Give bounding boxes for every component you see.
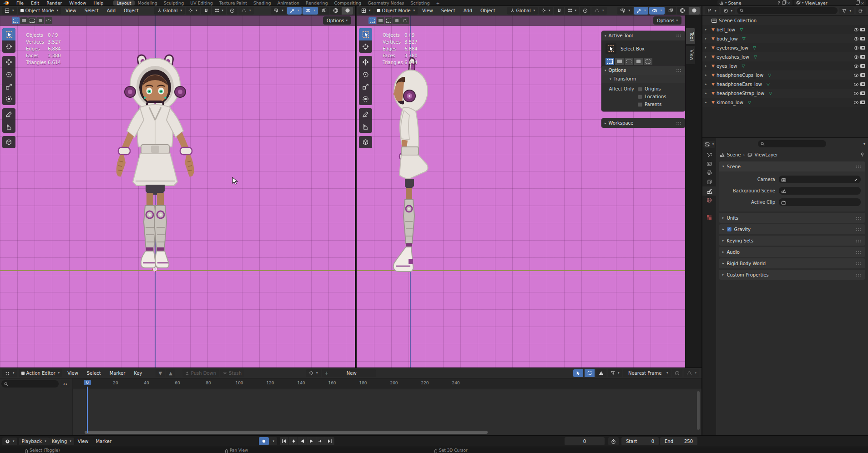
workspace-tab-geometry-nodes[interactable]: Geometry Nodes [364, 0, 407, 5]
current-frame-field[interactable]: 0 [565, 437, 605, 445]
outliner-row-object[interactable]: ▸▼ headphoneCups_low▽ [702, 70, 868, 80]
gizmos-toggle[interactable] [634, 7, 649, 15]
select-mode-invert[interactable] [36, 17, 44, 24]
timeline-editor-button[interactable] [2, 438, 17, 445]
menu-edit[interactable]: Edit [27, 0, 43, 5]
select-box-tool-icon[interactable] [606, 43, 616, 54]
viewport-canvas-side[interactable]: Options▾ Objects0 / 9 Vertices3,527 Edge… [357, 15, 685, 367]
xray-toggle[interactable] [319, 7, 329, 15]
tab-output[interactable] [702, 168, 716, 177]
hide-viewport-icon[interactable] [854, 46, 858, 50]
outliner-row-object[interactable]: ▸▼ belt_low▽ [702, 25, 868, 34]
select-mode-set[interactable] [368, 17, 376, 24]
workspace-tab-sculpting[interactable]: Sculpting [161, 0, 187, 5]
disable-render-icon[interactable] [860, 28, 865, 31]
scene-selector[interactable]: ▾ Scene × [717, 0, 792, 5]
tool-transform[interactable] [2, 93, 15, 105]
workspace-tab-rendering[interactable]: Rendering [303, 0, 331, 5]
select-mode-subtract[interactable] [385, 17, 393, 24]
outliner-row-object[interactable]: ▸▼ eyebrows_low▽ [702, 43, 868, 52]
delete-scene-icon[interactable]: × [787, 0, 791, 5]
panel-grip-icon[interactable] [856, 251, 862, 254]
hide-viewport-icon[interactable] [854, 28, 858, 31]
show-gizmo-dropdown[interactable] [617, 7, 633, 15]
select-mode-set[interactable] [12, 17, 20, 24]
tool-transform[interactable] [359, 93, 372, 105]
mode-dropdown[interactable]: Object Mode [18, 7, 61, 15]
play-button[interactable] [307, 437, 316, 445]
tool-options-dropdown[interactable]: Options▾ [653, 16, 681, 25]
disable-render-icon[interactable] [860, 101, 865, 104]
viewlayer-selector[interactable]: ▾ ViewLayer × [794, 0, 866, 5]
dopesheet-menu-marker[interactable]: Marker [106, 371, 129, 376]
panel-grip-icon[interactable] [676, 121, 682, 125]
expand-icon[interactable]: ▸ [705, 28, 710, 31]
previous-keyframe-button[interactable] [289, 437, 298, 445]
disable-render-icon[interactable] [860, 64, 865, 68]
workspace-tab-uv-editing[interactable]: UV Editing [187, 0, 216, 5]
properties-search-field[interactable] [758, 140, 826, 147]
tab-render[interactable] [702, 159, 716, 168]
filter-dropdown[interactable] [608, 369, 622, 377]
disable-render-icon[interactable] [860, 37, 865, 40]
properties-options-dropdown[interactable]: ▾ [863, 142, 865, 146]
next-keyframe-button[interactable] [316, 437, 325, 445]
outliner-row-object[interactable]: ▸▼ eyes_low▽ [702, 61, 868, 70]
outliner-editor-button[interactable] [705, 7, 719, 14]
snap-toggle-button[interactable] [201, 7, 211, 15]
proportional-editing-button[interactable] [227, 7, 237, 15]
workspace-panel-header[interactable]: ▸Workspace [601, 118, 685, 128]
expand-icon[interactable]: ▸ [705, 46, 710, 50]
tool-move[interactable] [359, 56, 372, 68]
tool-annotate[interactable] [2, 108, 15, 121]
expand-search-button[interactable]: ↔ [61, 380, 70, 388]
gizmos-toggle[interactable] [287, 7, 302, 15]
hide-viewport-icon[interactable] [854, 92, 858, 95]
jump-to-start-button[interactable] [280, 437, 289, 445]
workspace-tab-layout[interactable]: Layout [113, 0, 134, 5]
snap-toggle-button[interactable] [554, 7, 564, 15]
snap-mode-dropdown[interactable]: Nearest Frame [623, 369, 671, 377]
menu-file[interactable]: File [13, 0, 27, 5]
select-mode-intersect[interactable] [401, 17, 409, 24]
viewport-menu-object[interactable]: Object [120, 8, 142, 13]
tool-measure[interactable] [359, 121, 372, 133]
tab-world[interactable] [702, 196, 716, 205]
horizontal-scrollbar[interactable] [85, 431, 488, 434]
camera-field[interactable] [779, 176, 861, 183]
box-select-mode-set[interactable] [606, 58, 614, 65]
snap-target-dropdown[interactable] [212, 7, 227, 15]
pin-icon[interactable] [777, 1, 781, 5]
tab-view-layer[interactable] [702, 177, 716, 186]
viewport-menu-select[interactable]: Select [438, 8, 459, 13]
hide-viewport-icon[interactable] [854, 101, 858, 104]
shading-wireframe-button[interactable] [330, 7, 341, 15]
gravity-checkbox[interactable]: ✓ [727, 227, 732, 232]
background-scene-field[interactable] [779, 187, 861, 195]
box-select-mode-invert[interactable] [634, 58, 643, 65]
new-viewlayer-icon[interactable] [856, 1, 859, 5]
dope-sheet-body[interactable]: 20 40 60 80 100 120 140 160 180 200 220 … [0, 378, 701, 435]
properties-editor-button[interactable] [703, 141, 716, 148]
disable-render-icon[interactable] [860, 91, 865, 95]
outliner-search-field[interactable] [737, 7, 838, 14]
tool-measure[interactable] [2, 121, 15, 133]
show-errors-toggle[interactable] [596, 369, 606, 377]
tool-cursor[interactable] [2, 40, 15, 53]
remove-viewlayer-icon[interactable]: × [861, 0, 864, 5]
gravity-panel-header[interactable]: ▸✓Gravity [719, 224, 865, 234]
auto-keying-record-button[interactable] [259, 437, 269, 445]
viewport-menu-view[interactable]: View [419, 8, 437, 13]
viewport-canvas-front[interactable]: Options▾ [0, 15, 355, 367]
start-frame-field[interactable]: Start0 [621, 437, 659, 445]
outliner-row-object[interactable]: ▸▼ kimono_low▽ [702, 98, 868, 107]
hide-viewport-icon[interactable] [854, 65, 858, 68]
workspace-tab-compositing[interactable]: Compositing [331, 0, 365, 5]
tool-scale[interactable] [2, 81, 15, 93]
character-model-side[interactable] [386, 57, 436, 273]
select-mode-subtract[interactable] [28, 17, 36, 24]
only-selected-toggle[interactable] [573, 369, 583, 377]
viewport-menu-select[interactable]: Select [81, 8, 102, 13]
box-select-mode-extend[interactable] [615, 58, 624, 65]
editor-type-button[interactable] [2, 7, 17, 15]
